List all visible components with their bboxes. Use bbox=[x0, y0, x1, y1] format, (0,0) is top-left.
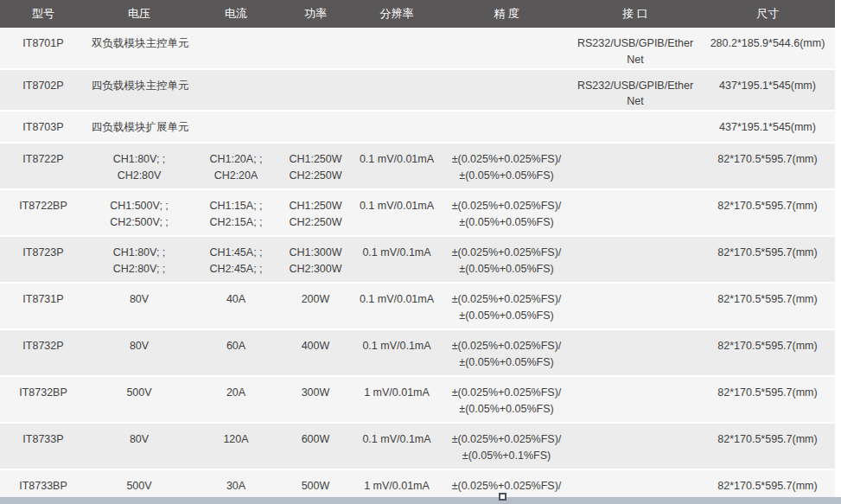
cell-power: 300W bbox=[280, 376, 351, 423]
column-header-model: 型号 bbox=[0, 0, 86, 28]
cell-model: IT8723P bbox=[0, 236, 86, 283]
cell-interface: RS232/USB/GPIB/Ether Net bbox=[570, 69, 700, 112]
cell-dimensions: 280.2*185.9*544.6(mm) bbox=[700, 28, 835, 69]
cell-model: IT8703P bbox=[0, 111, 86, 143]
cell-dimensions: 82*170.5*595.7(mm) bbox=[700, 143, 835, 189]
cell-dimensions: 82*170.5*595.7(mm) bbox=[700, 423, 835, 469]
cell-dimensions: 82*170.5*595.7(mm) bbox=[700, 283, 835, 329]
table-row: IT8731P80V40A200W0.1 mV/0.01mA±(0.025%+0… bbox=[0, 283, 835, 329]
table-body: IT8701P双负载模块主控单元RS232/USB/GPIB/Ether Net… bbox=[0, 28, 835, 504]
cell-power: 400W bbox=[280, 329, 351, 376]
cell-dimensions: 437*195.1*545(mm) bbox=[700, 69, 835, 112]
cell-interface bbox=[570, 189, 700, 236]
cell-dimensions: 82*170.5*595.7(mm) bbox=[700, 236, 835, 283]
cell-model: IT8732BP bbox=[0, 376, 86, 423]
cell-interface bbox=[570, 283, 700, 329]
cell-resolution: 1 mV/0.01mA bbox=[351, 376, 443, 423]
cell-current: CH1:45A; ; CH2:45A; ; bbox=[192, 236, 280, 283]
cell-model: IT8701P bbox=[0, 28, 86, 69]
horizontal-scrollbar[interactable] bbox=[0, 497, 841, 504]
cell-accuracy: ±(0.025%+0.025%FS)/ ±(0.05%+0.05%FS) bbox=[443, 329, 570, 376]
cell-accuracy: ±(0.025%+0.025%FS)/ ±(0.05%+0.05%FS) bbox=[443, 376, 570, 423]
cell-accuracy: ±(0.025%+0.025%FS)/ ±(0.05%+0.05%FS) bbox=[443, 189, 570, 236]
scrollbar-drag-handle-icon[interactable] bbox=[499, 493, 507, 501]
table-row: IT8732P80V60A400W0.1 mV/0.1mA±(0.025%+0.… bbox=[0, 329, 835, 376]
column-header-interface: 接 口 bbox=[570, 0, 700, 28]
table-row: IT8703P四负载模块扩展单元437*195.1*545(mm) bbox=[0, 111, 835, 143]
cell-dimensions: 437*195.1*545(mm) bbox=[700, 111, 835, 143]
table-row: IT8701P双负载模块主控单元RS232/USB/GPIB/Ether Net… bbox=[0, 28, 835, 69]
cell-model: IT8722P bbox=[0, 143, 86, 189]
cell-model: IT8733P bbox=[0, 423, 86, 469]
spec-table: 型号电压电流功率分辨率精 度接 口尺寸 IT8701P双负载模块主控单元RS23… bbox=[0, 0, 835, 504]
cell-power: 200W bbox=[280, 283, 351, 329]
table-row: IT8702P四负载模块主控单元RS232/USB/GPIB/Ether Net… bbox=[0, 69, 835, 112]
cell-resolution: 0.1 mV/0.01mA bbox=[351, 189, 443, 236]
column-header-voltage: 电压 bbox=[86, 0, 192, 28]
cell-power: CH1:250W CH2:250W bbox=[280, 189, 351, 236]
cell-model: IT8722BP bbox=[0, 189, 86, 236]
table-row: IT8723PCH1:80V; ; CH2:80V; ;CH1:45A; ; C… bbox=[0, 236, 835, 283]
cell-accuracy bbox=[443, 69, 570, 112]
cell-power: CH1:250W CH2:250W bbox=[280, 143, 351, 189]
cell-resolution: 0.1 mV/0.01mA bbox=[351, 143, 443, 189]
column-header-current: 电流 bbox=[192, 0, 280, 28]
cell-accuracy bbox=[443, 111, 570, 143]
cell-resolution: 0.1 mV/0.1mA bbox=[351, 423, 443, 469]
cell-current: CH1:15A; ; CH2:15A; ; bbox=[192, 189, 280, 236]
column-header-dimensions: 尺寸 bbox=[700, 0, 835, 28]
cell-description: 四负载模块主控单元 bbox=[86, 69, 443, 112]
cell-current: 120A bbox=[192, 423, 280, 469]
cell-power: 600W bbox=[280, 423, 351, 469]
cell-interface bbox=[570, 423, 700, 469]
table-row: IT8732BP500V20A300W1 mV/0.01mA±(0.025%+0… bbox=[0, 376, 835, 423]
cell-voltage: CH1:80V; ; CH2:80V; ; bbox=[86, 236, 192, 283]
cell-interface bbox=[570, 236, 700, 283]
table-row: IT8733P80V120A600W0.1 mV/0.1mA±(0.025%+0… bbox=[0, 423, 835, 469]
cell-accuracy: ±(0.025%+0.025%FS)/ ±(0.05%+0.05%FS) bbox=[443, 143, 570, 189]
cell-interface bbox=[570, 143, 700, 189]
cell-dimensions: 82*170.5*595.7(mm) bbox=[700, 189, 835, 236]
table-row: IT8722PCH1:80V; ; CH2:80VCH1:20A; ; CH2:… bbox=[0, 143, 835, 189]
cell-interface bbox=[570, 376, 700, 423]
cell-current: CH1:20A; ; CH2:20A bbox=[192, 143, 280, 189]
cell-resolution: 0.1 mV/0.1mA bbox=[351, 329, 443, 376]
cell-dimensions: 82*170.5*595.7(mm) bbox=[700, 329, 835, 376]
cell-description: 双负载模块主控单元 bbox=[86, 28, 443, 69]
cell-interface bbox=[570, 111, 700, 143]
cell-model: IT8731P bbox=[0, 283, 86, 329]
cell-voltage: CH1:80V; ; CH2:80V bbox=[86, 143, 192, 189]
cell-interface: RS232/USB/GPIB/Ether Net bbox=[570, 28, 700, 69]
cell-voltage: 500V bbox=[86, 376, 192, 423]
cell-current: 20A bbox=[192, 376, 280, 423]
cell-power: CH1:300W CH2:300W bbox=[280, 236, 351, 283]
cell-resolution: 0.1 mV/0.1mA bbox=[351, 236, 443, 283]
cell-dimensions: 82*170.5*595.7(mm) bbox=[700, 376, 835, 423]
cell-model: IT8732P bbox=[0, 329, 86, 376]
column-header-accuracy: 精 度 bbox=[443, 0, 570, 28]
cell-interface bbox=[570, 329, 700, 376]
table-row: IT8722BPCH1:500V; ; CH2:500V; ;CH1:15A; … bbox=[0, 189, 835, 236]
table-header-row: 型号电压电流功率分辨率精 度接 口尺寸 bbox=[0, 0, 835, 28]
cell-accuracy: ±(0.025%+0.025%FS)/ ±(0.05%+0.05%FS) bbox=[443, 283, 570, 329]
cell-description: 四负载模块扩展单元 bbox=[86, 111, 443, 143]
cell-current: 40A bbox=[192, 283, 280, 329]
cell-model: IT8702P bbox=[0, 69, 86, 112]
cell-accuracy bbox=[443, 28, 570, 69]
cell-voltage: 80V bbox=[86, 329, 192, 376]
cell-accuracy: ±(0.025%+0.025%FS)/ ±(0.05%+0.1%FS) bbox=[443, 423, 570, 469]
cell-voltage: 80V bbox=[86, 283, 192, 329]
cell-accuracy: ±(0.025%+0.025%FS)/ ±(0.05%+0.05%FS) bbox=[443, 236, 570, 283]
cell-voltage: 80V bbox=[86, 423, 192, 469]
cell-voltage: CH1:500V; ; CH2:500V; ; bbox=[86, 189, 192, 236]
cell-current: 60A bbox=[192, 329, 280, 376]
column-header-power: 功率 bbox=[280, 0, 351, 28]
cell-resolution: 0.1 mV/0.01mA bbox=[351, 283, 443, 329]
column-header-resolution: 分辨率 bbox=[351, 0, 443, 28]
